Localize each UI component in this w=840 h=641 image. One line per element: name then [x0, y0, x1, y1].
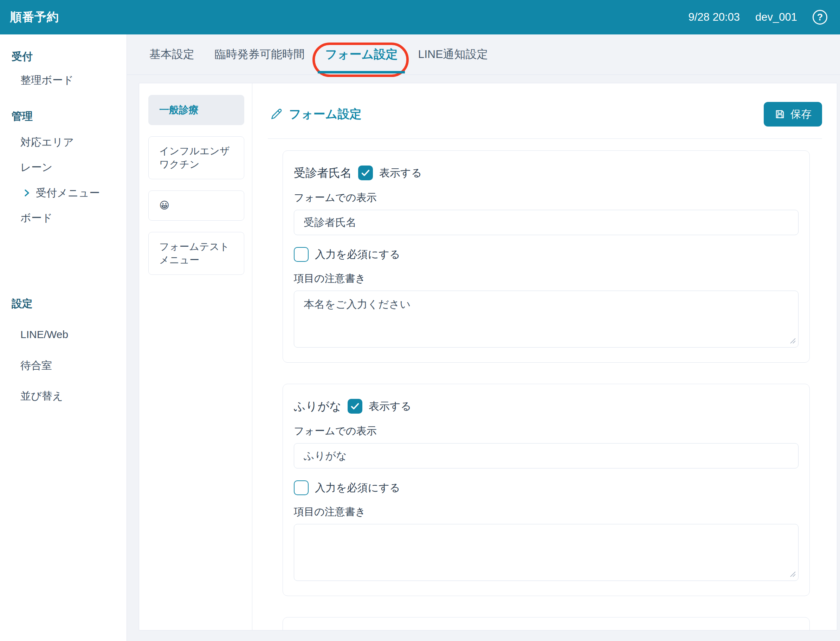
- note-label: 項目の注意書き: [294, 505, 798, 516]
- save-button-label: 保存: [790, 107, 811, 122]
- save-icon: [774, 109, 785, 120]
- menu-column: 一般診療 インフルエンザワクチン 😀 フォームテストメニュー: [139, 83, 252, 630]
- menu-item-general-practice[interactable]: 一般診療: [148, 95, 244, 125]
- required-checkbox-label: 入力を必須にする: [315, 481, 400, 495]
- menu-item-emoji[interactable]: 😀: [148, 190, 244, 221]
- show-checkbox-checked[interactable]: [348, 399, 362, 414]
- sidebar-item-reorder[interactable]: 並び替え: [20, 389, 63, 403]
- sidebar: 受付 整理ボード 管理 対応エリア レーン 受付メニュー ボード 設定 LINE…: [0, 34, 127, 641]
- sidebar-item-board[interactable]: ボード: [20, 211, 52, 225]
- main-area: 基本設定 臨時発券可能時間 フォーム設定 LINE通知設定 一般診療 インフルエ…: [127, 34, 840, 641]
- header-datetime: 9/28 20:03: [688, 11, 740, 24]
- sidebar-item-label: 受付メニュー: [36, 186, 100, 200]
- required-checkbox-label: 入力を必須にする: [315, 247, 400, 262]
- note-textarea[interactable]: [294, 524, 798, 581]
- sidebar-section-reception: 受付: [11, 49, 33, 64]
- form-column: フォーム設定 保存 受診者氏名: [252, 83, 837, 630]
- help-icon[interactable]: ?: [813, 10, 827, 24]
- field-title-row: 受診者氏名 表示する: [294, 165, 798, 181]
- sidebar-item-service-area[interactable]: 対応エリア: [20, 135, 74, 150]
- app-header: 順番予約 9/28 20:03 dev_001 ?: [0, 0, 840, 34]
- sidebar-section-settings: 設定: [11, 296, 33, 311]
- field-cards: 受診者氏名 表示する フォームでの表示 入力を必須にする 項目の注意書き: [282, 150, 810, 630]
- content-panel: 一般診療 インフルエンザワクチン 😀 フォームテストメニュー フォーム設定: [139, 83, 837, 630]
- tab-line-notification-settings[interactable]: LINE通知設定: [418, 34, 488, 74]
- sidebar-item-lane[interactable]: レーン: [20, 160, 52, 175]
- sidebar-section-management: 管理: [11, 109, 33, 124]
- note-textarea[interactable]: 本名をご入力ください: [294, 291, 798, 348]
- save-button[interactable]: 保存: [764, 102, 822, 127]
- form-display-label: フォームでの表示: [294, 424, 798, 435]
- field-title: 受診者氏名: [294, 165, 352, 181]
- required-row: 入力を必須にする: [294, 480, 798, 495]
- field-title: ふりがな: [294, 398, 341, 414]
- chevron-right-icon: [23, 189, 31, 197]
- note-textarea-wrap: [294, 524, 798, 581]
- menu-item-influenza-vaccine[interactable]: インフルエンザワクチン: [148, 136, 244, 179]
- divider: [268, 139, 822, 139]
- app-title: 順番予約: [10, 9, 59, 25]
- note-label: 項目の注意書き: [294, 272, 798, 283]
- tab-basic-settings[interactable]: 基本設定: [149, 34, 194, 74]
- tab-temporary-ticketing-hours[interactable]: 臨時発券可能時間: [215, 34, 305, 74]
- field-card-furigana: ふりがな 表示する フォームでの表示 入力を必須にする 項目の注意書き: [282, 384, 810, 596]
- show-checkbox-label: 表示する: [379, 166, 422, 180]
- sidebar-item-waiting-room[interactable]: 待合室: [20, 358, 52, 373]
- app-root: { "header": { "title": "順番予約", "datetime…: [0, 0, 840, 641]
- header-username[interactable]: dev_001: [755, 11, 797, 24]
- form-display-input[interactable]: [294, 210, 798, 235]
- field-card-next-partial: [282, 617, 810, 630]
- sidebar-item-reception-menu[interactable]: 受付メニュー: [23, 185, 100, 200]
- tab-form-settings-label: フォーム設定: [325, 47, 398, 63]
- required-checkbox-unchecked[interactable]: [294, 247, 309, 262]
- tab-form-settings[interactable]: フォーム設定: [325, 34, 398, 74]
- show-checkbox-checked[interactable]: [358, 166, 373, 180]
- field-title-row: ふりがな 表示する: [294, 398, 798, 414]
- tab-bar: 基本設定 臨時発券可能時間 フォーム設定 LINE通知設定: [127, 34, 840, 75]
- required-checkbox-unchecked[interactable]: [294, 480, 309, 495]
- sidebar-item-sorting-board[interactable]: 整理ボード: [20, 73, 73, 87]
- form-header: フォーム設定 保存: [270, 101, 822, 127]
- form-display-input[interactable]: [294, 443, 798, 469]
- menu-item-form-test-menu[interactable]: フォームテストメニュー: [148, 232, 244, 275]
- header-right: 9/28 20:03 dev_001 ?: [688, 10, 827, 24]
- note-textarea-wrap: 本名をご入力ください: [294, 291, 798, 348]
- sidebar-item-line-web[interactable]: LINE/Web: [20, 327, 68, 342]
- form-display-label: フォームでの表示: [294, 191, 798, 202]
- required-row: 入力を必須にする: [294, 247, 798, 262]
- field-card-patient-name: 受診者氏名 表示する フォームでの表示 入力を必須にする 項目の注意書き: [282, 150, 810, 363]
- pencil-icon: [270, 108, 282, 121]
- show-checkbox-label: 表示する: [369, 399, 411, 414]
- form-section-title: フォーム設定: [289, 106, 361, 122]
- form-title-wrap: フォーム設定: [270, 106, 361, 122]
